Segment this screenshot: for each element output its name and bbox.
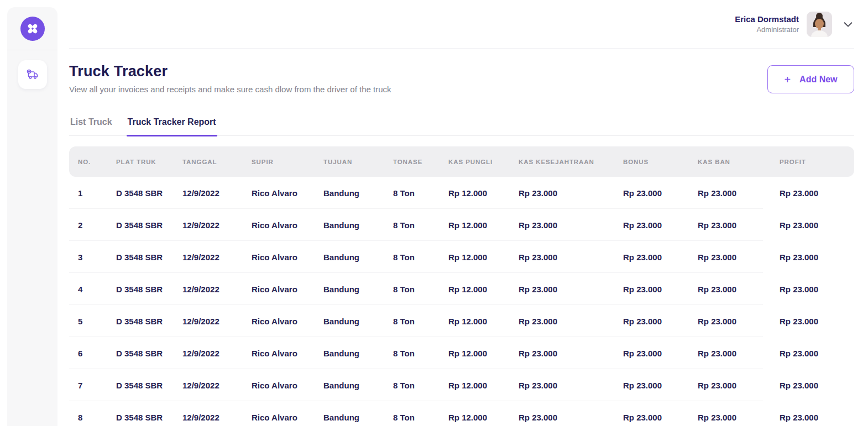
cell-bonus: Rp 23.000 <box>623 349 698 358</box>
column-header-plat-truk: PLAT TRUK <box>116 159 182 165</box>
cell-profit: Rp 23.000 <box>780 188 854 198</box>
cell-supir: Rico Alvaro <box>252 381 323 390</box>
cell-tonase: 8 Ton <box>393 381 448 390</box>
cell-plat-truk: D 3548 SBR <box>116 285 182 294</box>
cell-tanggal: 12/9/2022 <box>182 317 252 326</box>
user-avatar[interactable] <box>807 12 832 37</box>
cell-kas-pungli: Rp 12.000 <box>448 220 519 230</box>
table-row: 8 D 3548 SBR 12/9/2022 Rico Alvaro Bandu… <box>69 401 854 426</box>
cell-no: 3 <box>69 253 116 262</box>
sidebar-divider <box>7 50 57 50</box>
cell-kas-ban: Rp 23.000 <box>698 349 780 358</box>
cell-tanggal: 12/9/2022 <box>182 220 252 230</box>
cell-supir: Rico Alvaro <box>252 317 323 326</box>
cell-tujuan: Bandung <box>323 317 393 326</box>
cell-tujuan: Bandung <box>323 349 393 358</box>
column-header-supir: SUPIR <box>252 159 323 165</box>
cell-tanggal: 12/9/2022 <box>182 285 252 294</box>
cell-profit: Rp 23.000 <box>780 285 854 294</box>
cell-kas-kesejahtraan: Rp 23.000 <box>519 317 623 326</box>
column-header-kas-pungli: KAS PUNGLI <box>448 159 519 165</box>
column-header-no: NO. <box>69 159 116 165</box>
cell-kas-ban: Rp 23.000 <box>698 381 780 390</box>
page-header: Truck Tracker View all your invoices and… <box>69 63 854 94</box>
cell-tonase: 8 Ton <box>393 188 448 198</box>
user-avatar-image <box>807 12 832 37</box>
page-title: Truck Tracker <box>69 63 391 80</box>
cell-supir: Rico Alvaro <box>252 220 323 230</box>
cell-no: 6 <box>69 349 116 358</box>
page-header-text: Truck Tracker View all your invoices and… <box>69 63 391 94</box>
cell-plat-truk: D 3548 SBR <box>116 381 182 390</box>
cell-kas-kesejahtraan: Rp 23.000 <box>519 381 623 390</box>
cell-tanggal: 12/9/2022 <box>182 381 252 390</box>
column-header-bonus: BONUS <box>623 159 698 165</box>
cell-supir: Rico Alvaro <box>252 413 323 422</box>
add-new-label: Add New <box>799 75 837 85</box>
cell-tujuan: Bandung <box>323 253 393 262</box>
cell-kas-pungli: Rp 12.000 <box>448 285 519 294</box>
cell-plat-truk: D 3548 SBR <box>116 349 182 358</box>
cell-plat-truk: D 3548 SBR <box>116 317 182 326</box>
cell-kas-ban: Rp 23.000 <box>698 285 780 294</box>
cell-kas-pungli: Rp 12.000 <box>448 381 519 390</box>
cell-kas-ban: Rp 23.000 <box>698 188 780 198</box>
table-row: 5 D 3548 SBR 12/9/2022 Rico Alvaro Bandu… <box>69 305 854 337</box>
cell-bonus: Rp 23.000 <box>623 285 698 294</box>
column-header-profit: PROFIT <box>780 159 854 165</box>
user-info: Erica Dormstadt Administrator <box>735 14 799 34</box>
add-new-button[interactable]: + Add New <box>767 65 854 93</box>
cell-plat-truk: D 3548 SBR <box>116 253 182 262</box>
cell-plat-truk: D 3548 SBR <box>116 413 182 422</box>
table-row: 2 D 3548 SBR 12/9/2022 Rico Alvaro Bandu… <box>69 209 854 241</box>
app-logo[interactable] <box>20 17 45 41</box>
tab-bar: List Truck Truck Tracker Report <box>69 117 854 136</box>
table-row: 7 D 3548 SBR 12/9/2022 Rico Alvaro Bandu… <box>69 369 854 401</box>
cell-profit: Rp 23.000 <box>780 381 854 390</box>
cell-kas-pungli: Rp 12.000 <box>448 413 519 422</box>
cell-tonase: 8 Ton <box>393 285 448 294</box>
cell-supir: Rico Alvaro <box>252 188 323 198</box>
cell-no: 7 <box>69 381 116 390</box>
cell-bonus: Rp 23.000 <box>623 413 698 422</box>
cell-no: 8 <box>69 413 116 422</box>
tab-truck-tracker-report[interactable]: Truck Tracker Report <box>127 117 217 135</box>
cell-bonus: Rp 23.000 <box>623 188 698 198</box>
cell-supir: Rico Alvaro <box>252 253 323 262</box>
user-menu: Erica Dormstadt Administrator <box>735 12 854 37</box>
cell-no: 4 <box>69 285 116 294</box>
cell-profit: Rp 23.000 <box>780 413 854 422</box>
cell-tujuan: Bandung <box>323 285 393 294</box>
cell-kas-kesejahtraan: Rp 23.000 <box>519 349 623 358</box>
cell-tonase: 8 Ton <box>393 220 448 230</box>
table-row: 4 D 3548 SBR 12/9/2022 Rico Alvaro Bandu… <box>69 273 854 305</box>
cell-kas-ban: Rp 23.000 <box>698 413 780 422</box>
top-bar: Erica Dormstadt Administrator <box>69 0 854 49</box>
cell-no: 5 <box>69 317 116 326</box>
cell-tonase: 8 Ton <box>393 413 448 422</box>
sidebar-item-truck-tracker[interactable] <box>18 60 47 89</box>
cell-tanggal: 12/9/2022 <box>182 188 252 198</box>
cell-kas-ban: Rp 23.000 <box>698 220 780 230</box>
cell-bonus: Rp 23.000 <box>623 220 698 230</box>
table-row: 1 D 3548 SBR 12/9/2022 Rico Alvaro Bandu… <box>69 177 854 209</box>
cell-bonus: Rp 23.000 <box>623 317 698 326</box>
cell-bonus: Rp 23.000 <box>623 381 698 390</box>
cell-profit: Rp 23.000 <box>780 220 854 230</box>
chevron-down-icon[interactable] <box>842 18 854 30</box>
truck-check-icon <box>25 67 40 82</box>
table-body: 1 D 3548 SBR 12/9/2022 Rico Alvaro Bandu… <box>69 177 854 426</box>
cell-kas-kesejahtraan: Rp 23.000 <box>519 188 623 198</box>
cell-tujuan: Bandung <box>323 413 393 422</box>
cell-tujuan: Bandung <box>323 188 393 198</box>
cell-tonase: 8 Ton <box>393 349 448 358</box>
column-header-tanggal: TANGGAL <box>182 159 252 165</box>
cell-kas-pungli: Rp 12.000 <box>448 317 519 326</box>
user-role: Administrator <box>735 25 799 34</box>
cell-no: 2 <box>69 220 116 230</box>
cell-supir: Rico Alvaro <box>252 285 323 294</box>
table-row: 6 D 3548 SBR 12/9/2022 Rico Alvaro Bandu… <box>69 337 854 369</box>
column-header-tonase: TONASE <box>393 159 448 165</box>
tab-list-truck[interactable]: List Truck <box>69 117 113 135</box>
cell-profit: Rp 23.000 <box>780 253 854 262</box>
